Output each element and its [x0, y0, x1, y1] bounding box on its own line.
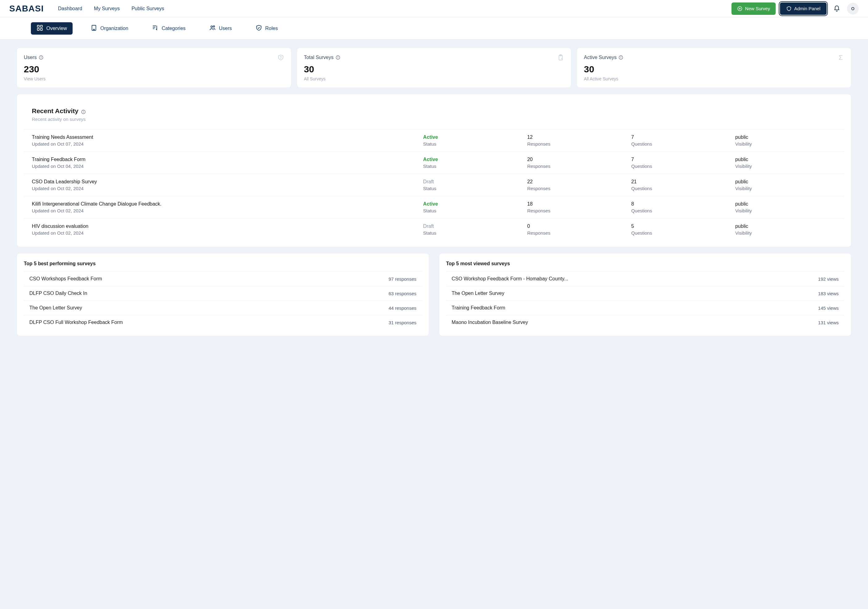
activity-visibility: public [735, 179, 836, 185]
stat-total-value: 30 [304, 64, 564, 75]
top-viewed-title: Top 5 most viewed surveys [446, 259, 844, 272]
list-item[interactable]: DLFP CSO Daily Check In63 responses [24, 286, 422, 300]
primary-nav: Dashboard My Surveys Public Surveys [58, 6, 164, 11]
svg-rect-3 [37, 25, 39, 27]
activity-row[interactable]: Training Feedback FormUpdated on Oct 04,… [24, 151, 844, 174]
activity-status-label: Status [423, 141, 524, 146]
activity-status: Active [423, 201, 524, 207]
activity-status-label: Status [423, 230, 524, 236]
activity-visibility-label: Visibility [735, 230, 836, 236]
activity-visibility: public [735, 201, 836, 207]
stat-users-link[interactable]: View Users [24, 76, 284, 81]
svg-point-20 [281, 58, 281, 59]
admin-subnav: Overview Organization Categories Users R… [0, 17, 868, 40]
activity-row[interactable]: Kilifi Intergenerational Climate Change … [24, 196, 844, 218]
list-item[interactable]: DLFP CSO Full Workshop Feedback Form31 r… [24, 315, 422, 329]
activity-status: Active [423, 135, 524, 140]
svg-rect-4 [40, 25, 42, 27]
list-item-metric: 145 views [818, 305, 839, 311]
avatar-button[interactable]: O [847, 3, 859, 14]
activity-questions-label: Questions [631, 163, 732, 169]
activity-status-label: Status [423, 208, 524, 213]
tab-users[interactable]: Users [203, 22, 237, 35]
list-item-metric: 183 views [818, 291, 839, 296]
activity-status-label: Status [423, 163, 524, 169]
avatar-initial: O [851, 6, 855, 11]
activity-responses-label: Responses [527, 186, 628, 191]
list-item-name: Training Feedback Form [452, 305, 505, 311]
tab-categories[interactable]: Categories [146, 22, 191, 35]
shield-check-icon [256, 25, 262, 33]
info-icon[interactable] [335, 55, 340, 60]
svg-rect-7 [92, 25, 96, 30]
shield-question-icon [277, 54, 284, 61]
new-survey-button[interactable]: New Survey [732, 3, 776, 15]
list-item-name: Maono Incubation Baseline Survey [452, 320, 528, 325]
activity-visibility-label: Visibility [735, 163, 836, 169]
stat-users-label: Users [24, 55, 37, 60]
shield-icon [786, 6, 792, 11]
nav-my-surveys[interactable]: My Surveys [94, 6, 120, 11]
admin-panel-button[interactable]: Admin Panel [780, 3, 827, 15]
activity-updated: Updated on Oct 07, 2024 [32, 141, 420, 146]
activity-updated: Updated on Oct 02, 2024 [32, 186, 420, 191]
tab-categories-label: Categories [161, 26, 185, 31]
activity-list: Training Needs AssessmentUpdated on Oct … [24, 129, 844, 241]
activity-status: Active [423, 157, 524, 162]
list-item[interactable]: Training Feedback Form145 views [446, 300, 844, 315]
new-survey-label: New Survey [745, 6, 770, 11]
stat-active-label: Active Surveys [584, 55, 617, 60]
bell-icon [833, 5, 840, 12]
activity-row[interactable]: CSO Data Leadership SurveyUpdated on Oct… [24, 174, 844, 196]
activity-name: HIV discussion evaluation [32, 224, 420, 229]
info-icon[interactable] [618, 55, 623, 60]
info-icon[interactable] [81, 109, 86, 113]
activity-name: Kilifi Intergenerational Climate Change … [32, 201, 420, 207]
list-item-name: The Open Letter Survey [29, 305, 82, 311]
stat-total-link[interactable]: All Surveys [304, 76, 564, 81]
activity-responses: 18 [527, 201, 628, 207]
activity-visibility: public [735, 135, 836, 140]
page-content: Users 230 View Users Total Surveys 30 Al… [0, 40, 868, 348]
activity-row[interactable]: Training Needs AssessmentUpdated on Oct … [24, 129, 844, 151]
stat-active-link[interactable]: All Active Surveys [584, 76, 844, 81]
activity-visibility-label: Visibility [735, 141, 836, 146]
activity-responses-label: Responses [527, 141, 628, 146]
top-best-card: Top 5 best performing surveys CSO Worksh… [17, 253, 429, 336]
activity-visibility: public [735, 224, 836, 229]
users-icon [209, 25, 216, 33]
list-item-metric: 192 views [818, 277, 839, 282]
recent-activity-card: Recent Activity Recent activity on surve… [17, 94, 851, 247]
activity-status: Draft [423, 179, 524, 185]
info-icon[interactable] [39, 55, 43, 60]
tab-roles-label: Roles [265, 26, 278, 31]
list-item[interactable]: Maono Incubation Baseline Survey131 view… [446, 315, 844, 329]
list-item-metric: 44 responses [389, 305, 416, 311]
nav-public-surveys[interactable]: Public Surveys [132, 6, 164, 11]
activity-status-label: Status [423, 186, 524, 191]
stat-total-card: Total Surveys 30 All Surveys [297, 48, 572, 88]
list-item[interactable]: CSO Workshop Feedback Form - Homabay Cou… [446, 272, 844, 286]
activity-name: CSO Data Leadership Survey [32, 179, 420, 185]
activity-questions-label: Questions [631, 141, 732, 146]
building-icon [90, 25, 97, 33]
dashboard-icon [36, 25, 43, 33]
list-item-metric: 97 responses [389, 277, 416, 282]
stat-active-value: 30 [584, 64, 844, 75]
svg-point-15 [211, 26, 212, 28]
top-viewed-card: Top 5 most viewed surveys CSO Workshop F… [439, 253, 851, 336]
tab-overview[interactable]: Overview [31, 22, 73, 35]
list-item[interactable]: The Open Letter Survey44 responses [24, 300, 422, 315]
brand-logo[interactable]: SABASI [9, 4, 44, 14]
admin-panel-label: Admin Panel [794, 6, 820, 11]
list-item[interactable]: The Open Letter Survey183 views [446, 286, 844, 300]
activity-row[interactable]: HIV discussion evaluationUpdated on Oct … [24, 218, 844, 241]
activity-updated: Updated on Oct 02, 2024 [32, 208, 420, 213]
list-item[interactable]: CSO Workshops Feedback Form97 responses [24, 272, 422, 286]
sigma-icon [837, 54, 844, 61]
tab-roles[interactable]: Roles [250, 22, 284, 35]
stat-users-card: Users 230 View Users [17, 48, 291, 88]
notifications-button[interactable] [831, 3, 843, 14]
tab-organization[interactable]: Organization [85, 22, 134, 35]
nav-dashboard[interactable]: Dashboard [58, 6, 82, 11]
